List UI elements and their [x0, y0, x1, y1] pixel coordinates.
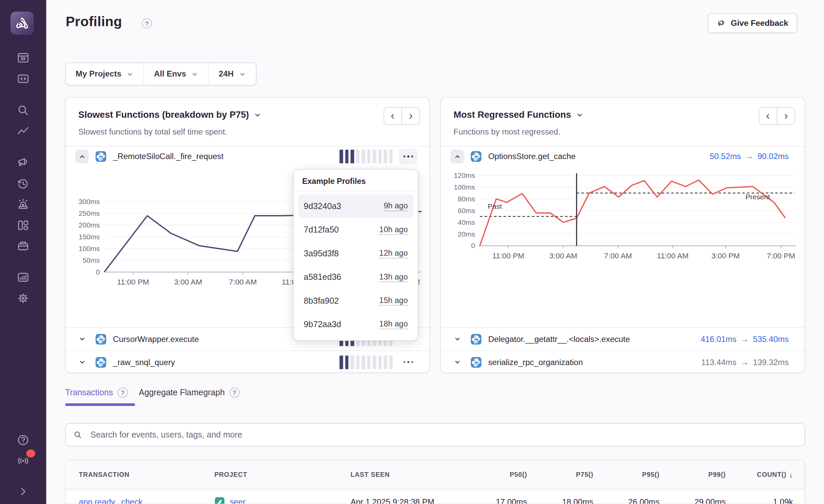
- svg-text:250ms: 250ms: [79, 209, 100, 217]
- tab-bar: Transactions ? Aggregate Flamegraph ?: [65, 388, 239, 398]
- row-actions-button[interactable]: [399, 354, 418, 370]
- environments-filter-label: All Envs: [154, 69, 186, 79]
- transaction-link[interactable]: app.ready._check: [79, 497, 143, 504]
- page-help-icon[interactable]: ?: [142, 18, 152, 29]
- environments-filter[interactable]: All Envs: [143, 63, 208, 85]
- profile-item[interactable]: 7d12fa50 10h ago: [298, 218, 413, 241]
- svg-text:80ms: 80ms: [458, 195, 475, 203]
- expand-row-button[interactable]: [450, 355, 464, 369]
- crons-icon[interactable]: [15, 238, 31, 254]
- tab-aggregate-flamegraph[interactable]: Aggregate Flamegraph ?: [139, 388, 239, 398]
- profile-age: 12h ago: [379, 248, 408, 258]
- prev-page-button[interactable]: [383, 107, 402, 125]
- time-range-filter[interactable]: 24H: [208, 63, 256, 85]
- column-p95[interactable]: P95(): [593, 471, 659, 478]
- function-name: serialize_rpc_organization: [488, 357, 583, 367]
- search-nav-icon[interactable]: [15, 102, 31, 118]
- projects-icon[interactable]: [15, 71, 31, 87]
- before-duration[interactable]: 416.01ms: [701, 334, 737, 344]
- issues-icon[interactable]: [15, 50, 31, 66]
- projects-filter[interactable]: My Projects: [66, 63, 144, 85]
- most-regressed-card: Most Regressed Functions Functions by mo…: [441, 97, 805, 373]
- profile-item[interactable]: 8b3fa902 15h ago: [298, 289, 413, 312]
- arrow-right-glyph: →: [745, 152, 753, 161]
- svg-text:100ms: 100ms: [454, 183, 475, 191]
- most-regressed-title-select[interactable]: Most Regressed Functions: [454, 109, 583, 120]
- svg-text:7:00 AM: 7:00 AM: [604, 251, 632, 260]
- profile-id: 9d3240a3: [304, 201, 341, 211]
- chevron-up-icon: [454, 153, 460, 160]
- alerts-icon[interactable]: [15, 196, 31, 212]
- help-icon[interactable]: [15, 432, 31, 448]
- filter-bar: My Projects All Envs 24H: [65, 62, 256, 86]
- time-range-filter-label: 24H: [219, 69, 234, 79]
- projects-filter-label: My Projects: [76, 69, 121, 79]
- profile-item[interactable]: a581ed36 13h ago: [298, 265, 413, 289]
- python-icon: [470, 151, 482, 162]
- arrow-right-glyph: →: [741, 334, 749, 344]
- column-last-seen[interactable]: LAST SEEN: [351, 471, 461, 478]
- page-title: Profiling: [66, 14, 122, 30]
- prev-page-button[interactable]: [759, 107, 777, 125]
- profile-item[interactable]: 9b72aa3d 18h ago: [298, 312, 413, 336]
- card-subtitle: Functions by most regressed.: [454, 127, 560, 137]
- row-actions-button[interactable]: [399, 149, 418, 164]
- chevron-down-icon: [454, 336, 460, 342]
- regression-values: 113.44ms → 139.32ms: [701, 357, 793, 367]
- before-duration[interactable]: 50.52ms: [710, 152, 741, 161]
- tab-label: Aggregate Flamegraph: [139, 388, 225, 397]
- sentry-logo[interactable]: [10, 11, 34, 35]
- after-duration[interactable]: 139.32ms: [753, 357, 789, 367]
- tab-help-icon[interactable]: ?: [229, 388, 239, 398]
- regression-values: 50.52ms → 90.02ms: [710, 152, 793, 161]
- table-row: app.ready._check seer Apr 1 2025 9:28:38…: [66, 490, 805, 504]
- profile-item[interactable]: 3a95d3f8 12h ago: [298, 242, 413, 265]
- tab-transactions[interactable]: Transactions ?: [65, 388, 128, 398]
- settings-icon[interactable]: [15, 290, 31, 306]
- card-title: Slowest Functions (breakdown by P75): [78, 109, 249, 120]
- chevron-down-icon: [191, 70, 198, 77]
- expand-row-button[interactable]: [450, 332, 464, 346]
- give-feedback-button[interactable]: Give Feedback: [707, 13, 797, 33]
- after-duration[interactable]: 535.40ms: [753, 334, 789, 344]
- feedback-icon[interactable]: [15, 154, 31, 170]
- slowest-functions-title-select[interactable]: Slowest Functions (breakdown by P75): [78, 109, 261, 120]
- traces-icon[interactable]: [15, 123, 31, 139]
- sidebar-expand-icon[interactable]: [15, 484, 31, 499]
- replays-icon[interactable]: [15, 176, 31, 192]
- python-icon: [95, 151, 106, 162]
- column-p75[interactable]: P75(): [527, 471, 593, 478]
- p50-value: 17.00ms: [461, 497, 527, 504]
- column-p50[interactable]: P50(): [461, 471, 527, 478]
- column-transaction[interactable]: TRANSACTION: [66, 471, 215, 478]
- whats-new-icon[interactable]: [15, 453, 31, 468]
- sidebar: [0, 0, 46, 504]
- function-name: OptionsStore.get_cache: [488, 152, 576, 161]
- profile-id: 8b3fa902: [304, 296, 339, 305]
- profile-item[interactable]: 9d3240a3 9h ago: [298, 194, 413, 218]
- column-count-label: COUNT(): [757, 471, 786, 478]
- before-duration[interactable]: 113.44ms: [701, 357, 737, 367]
- svg-text:3:00 AM: 3:00 AM: [549, 251, 577, 260]
- python-icon: [95, 333, 106, 345]
- svg-text:20ms: 20ms: [458, 230, 475, 238]
- stats-icon[interactable]: [15, 269, 31, 285]
- profile-id: 3a95d3f8: [304, 249, 339, 258]
- tab-help-icon[interactable]: ?: [118, 388, 128, 398]
- collapse-row-button[interactable]: [450, 150, 464, 163]
- expand-row-button[interactable]: [75, 355, 89, 369]
- search-input[interactable]: [65, 423, 805, 446]
- column-p99[interactable]: P99(): [659, 471, 726, 478]
- expand-row-button[interactable]: [75, 332, 89, 346]
- give-feedback-label: Give Feedback: [731, 18, 788, 28]
- next-page-button[interactable]: [402, 107, 420, 125]
- after-duration[interactable]: 90.02ms: [758, 152, 789, 161]
- project-link[interactable]: seer: [230, 497, 245, 504]
- collapse-row-button[interactable]: [75, 150, 89, 163]
- transactions-table: TRANSACTION PROJECT LAST SEEN P50() P75(…: [65, 459, 805, 504]
- column-project[interactable]: PROJECT: [215, 471, 351, 478]
- next-page-button[interactable]: [777, 107, 795, 125]
- column-count[interactable]: COUNT() ↓: [726, 470, 805, 479]
- dashboards-icon[interactable]: [15, 217, 31, 233]
- chevron-right-icon: [407, 113, 414, 119]
